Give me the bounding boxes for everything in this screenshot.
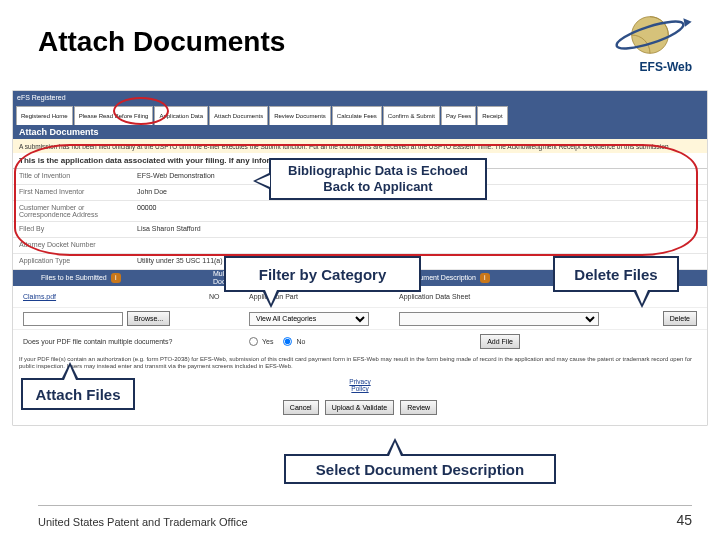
tab-receipt[interactable]: Receipt bbox=[477, 106, 507, 125]
file-row-editor: Browse... View All Categories Delete bbox=[13, 308, 707, 330]
user-bar: eFS Registered bbox=[13, 91, 707, 103]
callout-tail bbox=[633, 290, 651, 308]
page-title: Attach Documents bbox=[38, 26, 285, 58]
multi-yes-label: Yes bbox=[262, 338, 273, 345]
multi-question: Does your PDF file contain multiple docu… bbox=[23, 338, 172, 345]
tab-home[interactable]: Registered Home bbox=[16, 106, 73, 125]
efs-web-logo bbox=[608, 10, 692, 60]
slide: Attach Documents EFS-Web eFS Registered … bbox=[0, 0, 720, 540]
multi-flag: NO bbox=[209, 293, 220, 300]
browse-button[interactable]: Browse... bbox=[127, 311, 170, 326]
tab-confirm-submit[interactable]: Confirm & Submit bbox=[383, 106, 440, 125]
multi-question-row: Does your PDF file contain multiple docu… bbox=[13, 330, 707, 352]
callout-biblio: Bibliographic Data is Echoed Back to App… bbox=[269, 158, 487, 200]
callout-filter: Filter by Category bbox=[224, 256, 421, 292]
tab-pay-fees[interactable]: Pay Fees bbox=[441, 106, 476, 125]
add-file-button[interactable]: Add File bbox=[480, 334, 520, 349]
category-select[interactable]: View All Categories bbox=[249, 312, 369, 326]
footer-text: United States Patent and Trademark Offic… bbox=[38, 516, 248, 528]
callout-tail bbox=[253, 172, 271, 190]
upload-validate-button[interactable]: Upload & Validate bbox=[325, 400, 395, 415]
pto-note: If your PDF file(s) contain an authoriza… bbox=[13, 352, 707, 378]
callout-tail bbox=[262, 290, 280, 308]
tab-attach-documents[interactable]: Attach Documents bbox=[209, 106, 268, 125]
highlight-circle-tab bbox=[113, 97, 169, 125]
multi-no-label: No bbox=[296, 338, 305, 345]
multi-yes-radio[interactable] bbox=[249, 337, 258, 346]
privacy-policy-link[interactable]: Privacy Policy bbox=[349, 378, 370, 392]
col-files-label: Files to be Submitted bbox=[41, 274, 107, 281]
footer-divider bbox=[38, 505, 692, 506]
userbar-left: eFS Registered bbox=[17, 94, 66, 101]
file-path-input[interactable] bbox=[23, 312, 123, 326]
callout-attach: Attach Files bbox=[21, 378, 135, 410]
description-select[interactable] bbox=[399, 312, 599, 326]
descr-label: Application Data Sheet bbox=[399, 293, 470, 300]
delete-button[interactable]: Delete bbox=[663, 311, 697, 326]
tab-review-documents[interactable]: Review Documents bbox=[269, 106, 331, 125]
section-title: Attach Documents bbox=[13, 125, 707, 139]
logo-text: EFS-Web bbox=[640, 60, 692, 74]
tab-calculate-fees[interactable]: Calculate Fees bbox=[332, 106, 382, 125]
callout-delete: Delete Files bbox=[553, 256, 679, 292]
review-button[interactable]: Review bbox=[400, 400, 437, 415]
callout-tail bbox=[61, 362, 79, 380]
callout-descr: Select Document Description bbox=[284, 454, 556, 484]
file-link[interactable]: Claims.pdf bbox=[23, 293, 56, 300]
callout-tail bbox=[386, 438, 404, 456]
cancel-button[interactable]: Cancel bbox=[283, 400, 319, 415]
page-number: 45 bbox=[676, 512, 692, 528]
help-icon[interactable]: i bbox=[480, 273, 490, 283]
help-icon[interactable]: i bbox=[111, 273, 121, 283]
multi-no-radio[interactable] bbox=[283, 337, 292, 346]
